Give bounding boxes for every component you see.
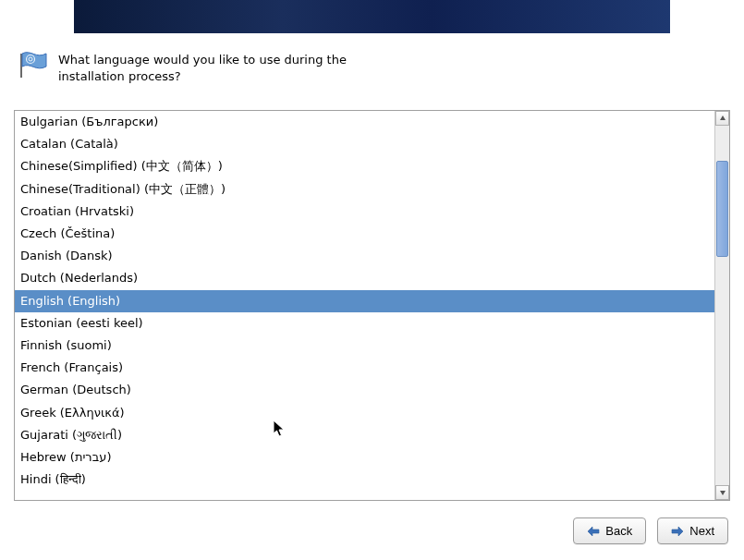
language-list-container: Bulgarian (Български)Catalan (Català)Chi…	[14, 110, 730, 501]
flag-icon	[18, 50, 49, 78]
next-button-label: Next	[689, 524, 714, 538]
language-option[interactable]: Chinese(Simplified) (中文（简体）)	[15, 155, 714, 177]
language-option[interactable]: Danish (Dansk)	[15, 245, 714, 267]
back-button[interactable]: Back	[573, 517, 646, 544]
language-option[interactable]: French (Français)	[15, 357, 714, 379]
footer-buttons: Back Next	[14, 517, 730, 546]
scroll-thumb[interactable]	[716, 161, 728, 257]
installer-window: What language would you like to use duri…	[0, 0, 744, 560]
language-option[interactable]: Gujarati (ગુજરાતી)	[15, 424, 714, 446]
scroll-down-button[interactable]	[715, 485, 729, 500]
arrow-right-icon	[671, 526, 684, 537]
back-button-label: Back	[605, 524, 632, 538]
language-option[interactable]: Hindi (हिन्दी)	[15, 469, 714, 491]
language-option[interactable]: Greek (Ελληνικά)	[15, 402, 714, 424]
language-option[interactable]: English (English)	[15, 290, 714, 312]
language-option[interactable]: Croatian (Hrvatski)	[15, 201, 714, 223]
language-option[interactable]: Hebrew (עברית)	[15, 446, 714, 469]
language-option[interactable]: Dutch (Nederlands)	[15, 267, 714, 289]
language-list[interactable]: Bulgarian (Български)Catalan (Català)Chi…	[15, 111, 714, 500]
language-option[interactable]: Finnish (suomi)	[15, 335, 714, 357]
language-option[interactable]: Chinese(Traditional) (中文（正體）)	[15, 178, 714, 201]
language-option[interactable]: Catalan (Català)	[15, 133, 714, 155]
scroll-up-button[interactable]	[715, 111, 729, 126]
next-button[interactable]: Next	[657, 517, 728, 544]
language-option[interactable]: Estonian (eesti keel)	[15, 312, 714, 335]
arrow-left-icon	[587, 526, 600, 537]
scrollbar[interactable]	[714, 111, 729, 500]
language-option[interactable]: Bulgarian (Български)	[15, 111, 714, 133]
language-option[interactable]: German (Deutsch)	[15, 379, 714, 401]
prompt-text: What language would you like to use duri…	[58, 50, 354, 84]
scroll-track[interactable]	[715, 126, 729, 485]
header-banner	[74, 0, 670, 33]
language-option[interactable]: Czech (Čeština)	[15, 223, 714, 245]
prompt-row: What language would you like to use duri…	[18, 50, 730, 84]
